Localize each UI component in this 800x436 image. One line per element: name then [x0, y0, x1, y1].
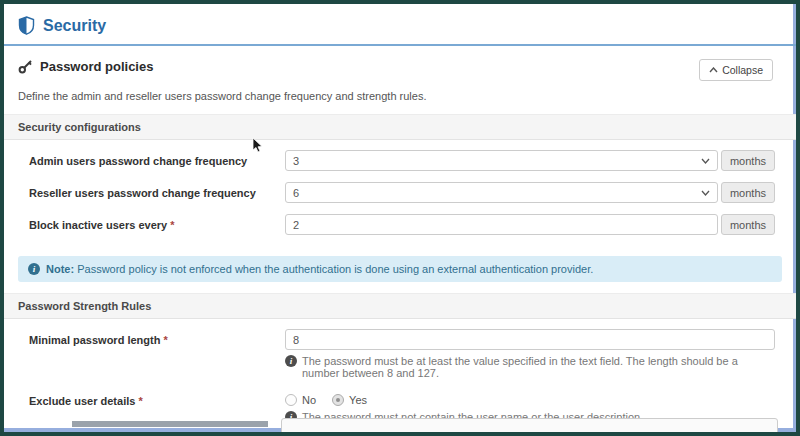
field-help: i The password must be at least the valu…	[285, 355, 775, 379]
radio-circle	[285, 394, 297, 406]
horizontal-scrollbar-thumb[interactable]	[72, 421, 268, 427]
form-row-admin-frequency: Admin users password change frequency 3 …	[4, 146, 796, 175]
security-settings-page: Security Password policies Collapse Defi…	[0, 0, 800, 436]
required-marker: *	[170, 219, 174, 231]
chevron-up-icon	[709, 67, 718, 73]
field-label: Reseller users password change frequency	[29, 182, 285, 199]
months-addon: months	[721, 150, 775, 171]
form-row-block-inactive: Block inactive users every* months	[4, 210, 796, 239]
collapse-label: Collapse	[722, 64, 763, 76]
minimal-password-length-input[interactable]	[285, 329, 775, 350]
collapse-button[interactable]: Collapse	[699, 59, 773, 81]
select-value: 3	[293, 155, 299, 167]
field-label: Admin users password change frequency	[29, 150, 285, 167]
panel-title: Password policies	[40, 59, 153, 74]
panel-description: Define the admin and reseller users pass…	[4, 81, 796, 114]
field-label: Minimal password length*	[29, 329, 285, 346]
field-label: Block inactive users every*	[29, 214, 285, 231]
reseller-password-frequency-select[interactable]: 6	[285, 182, 718, 203]
chevron-down-icon	[701, 158, 710, 164]
info-note: i Note: Password policy is not enforced …	[18, 256, 782, 282]
chevron-down-icon	[701, 190, 710, 196]
months-addon: months	[721, 214, 775, 235]
section-security-configurations: Security configurations	[4, 114, 796, 140]
block-inactive-users-input[interactable]	[285, 214, 718, 235]
note-text: Note: Password policy is not enforced wh…	[46, 263, 593, 275]
page-header: Security	[4, 4, 796, 46]
radio-no[interactable]: No	[285, 394, 316, 406]
exclude-user-details-radios: No Yes	[285, 390, 775, 406]
radio-yes[interactable]: Yes	[332, 394, 367, 406]
panel-header: Password policies Collapse	[4, 46, 796, 81]
select-value: 6	[293, 187, 299, 199]
section-password-strength-rules: Password Strength Rules	[4, 293, 796, 319]
form-row-minimal-length: Minimal password length* i The password …	[4, 325, 796, 383]
page-title: Security	[43, 17, 106, 35]
required-marker: *	[138, 395, 142, 407]
info-icon: i	[28, 263, 40, 275]
shield-icon	[18, 16, 35, 35]
radio-circle-checked	[332, 394, 344, 406]
required-marker: *	[163, 334, 167, 346]
security-config-rows: Admin users password change frequency 3 …	[4, 140, 796, 246]
admin-password-frequency-select[interactable]: 3	[285, 150, 718, 171]
months-addon: months	[721, 182, 775, 203]
form-row-reseller-frequency: Reseller users password change frequency…	[4, 178, 796, 207]
info-icon: i	[285, 355, 297, 367]
field-label: Exclude user details*	[29, 390, 285, 407]
key-icon	[18, 59, 33, 74]
